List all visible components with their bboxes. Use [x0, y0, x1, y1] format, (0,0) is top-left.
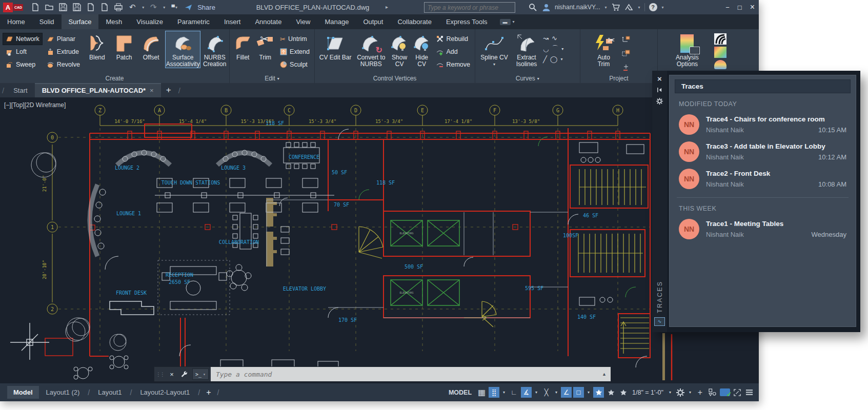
- viewport-controls[interactable]: [−][Top][2D Wireframe]: [4, 101, 66, 109]
- palette-properties-gear-icon[interactable]: [655, 96, 664, 106]
- command-line[interactable]: ⋮⋮ × >_▾ ▲: [154, 366, 611, 382]
- remove-cv-button[interactable]: Remove: [434, 59, 473, 70]
- customize-command-icon[interactable]: [178, 367, 190, 381]
- isometric-drafting-toggle[interactable]: ╳: [541, 387, 552, 398]
- layout-tab-layout1-2[interactable]: Layout1 (2): [40, 386, 86, 399]
- trace-title[interactable]: Trace4 - Chairs for conference room: [706, 115, 825, 123]
- file-tab-active-drawing[interactable]: BLVD OFFICE_PLAN-AUTOCAD* ×: [35, 83, 161, 97]
- recent-commands-button[interactable]: >_▾: [192, 368, 209, 380]
- panel-label-project[interactable]: Project: [580, 74, 658, 83]
- tab-view[interactable]: View: [289, 14, 317, 29]
- sculpt-button[interactable]: Sculpt: [277, 59, 312, 70]
- spline-cv-button[interactable]: Spline CV▾: [478, 31, 510, 68]
- arc-tool-icon[interactable]: ⌒: [552, 44, 558, 53]
- object-snap-tracking-toggle[interactable]: ∠: [561, 387, 572, 398]
- trace-list-item[interactable]: NN Trace4 - Chairs for conference room N…: [679, 114, 846, 135]
- help-icon[interactable]: ?: [649, 3, 657, 11]
- annotation-scale-value[interactable]: 1/8" = 1'-0": [632, 389, 663, 396]
- fit-curve-icon[interactable]: ∿: [552, 34, 557, 42]
- customization-gear-icon[interactable]: [675, 387, 685, 398]
- redo-icon[interactable]: ↷: [149, 3, 158, 12]
- plot-icon[interactable]: [114, 3, 123, 12]
- add-cv-button[interactable]: Add: [434, 46, 473, 57]
- autodesk-logo-icon[interactable]: [624, 3, 634, 12]
- tab-solid[interactable]: Solid: [32, 14, 62, 29]
- trace-title[interactable]: Trace3 - Add table in Elevator Lobby: [706, 142, 825, 150]
- zebra-analysis-icon[interactable]: [714, 33, 726, 45]
- hide-cv-button[interactable]: HideCV: [412, 31, 432, 68]
- tab-parametric[interactable]: Parametric: [170, 14, 217, 29]
- extrude-button[interactable]: Extrude: [44, 46, 83, 57]
- share-icon[interactable]: [184, 3, 193, 12]
- layout-tab-layout1[interactable]: Layout1: [92, 386, 128, 399]
- user-menu-caret-icon[interactable]: ▾: [605, 5, 607, 10]
- autodesk-menu-caret-icon[interactable]: ▾: [638, 5, 640, 10]
- trace-list-item[interactable]: NN Trace2 - Front Desk Nishant Naik 10:0…: [679, 169, 846, 189]
- tab-annotate[interactable]: Annotate: [248, 14, 289, 29]
- draft-analysis-icon[interactable]: [714, 60, 726, 69]
- command-history-expand-icon[interactable]: ▲: [602, 372, 611, 377]
- signed-in-user[interactable]: nishant.naikVY...: [555, 4, 600, 11]
- sweep-button[interactable]: Sweep: [3, 59, 42, 70]
- analysis-options-button[interactable]: AnalysisOptions: [671, 31, 703, 68]
- planar-button[interactable]: Planar: [44, 33, 83, 45]
- trace-list-item[interactable]: NN Trace1 - Meeting Tables Nishant Naik …: [679, 219, 846, 239]
- save-icon[interactable]: [58, 3, 68, 12]
- network-button[interactable]: Network: [3, 33, 42, 45]
- object-snap-toggle[interactable]: □: [573, 387, 584, 398]
- help-menu-caret-icon[interactable]: ▾: [662, 5, 664, 10]
- cv-edit-bar-button[interactable]: CV Edit Bar: [318, 31, 353, 61]
- tab-mesh[interactable]: Mesh: [98, 14, 129, 29]
- grid-display-toggle[interactable]: ▦: [476, 387, 487, 398]
- palette-close-icon[interactable]: ×: [655, 74, 664, 83]
- add-cleanscreen-button[interactable]: +: [695, 387, 705, 398]
- clean-screen-button[interactable]: [732, 387, 742, 398]
- ribbon-display-toggle[interactable]: ▬▾: [495, 14, 520, 29]
- close-button[interactable]: ×: [750, 3, 755, 12]
- snap-caret-icon[interactable]: ▾: [501, 387, 507, 398]
- command-close-icon[interactable]: ×: [166, 367, 178, 381]
- new-drawing-tab-button[interactable]: +: [161, 83, 176, 97]
- surface-associativity-toggle[interactable]: SurfaceAssociativity: [166, 31, 200, 68]
- minimize-button[interactable]: −: [725, 4, 730, 11]
- isolate-objects-button[interactable]: [707, 387, 718, 398]
- new-file-icon[interactable]: [31, 3, 40, 12]
- polar-tracking-toggle[interactable]: ∡: [521, 387, 532, 398]
- osnap-caret-icon[interactable]: ▾: [586, 387, 592, 398]
- line-tool-icon[interactable]: ╱: [543, 55, 547, 63]
- panel-label-control-vertices[interactable]: Control Vertices: [315, 74, 475, 83]
- isodraft-caret-icon[interactable]: ▾: [553, 387, 559, 398]
- tab-express-tools[interactable]: Express Tools: [439, 14, 495, 29]
- annotation-visibility-toggle[interactable]: [593, 387, 604, 398]
- app-store-cart-icon[interactable]: [611, 3, 620, 12]
- layout-tab-layout2-layout1[interactable]: Layout2-Layout1: [134, 386, 196, 399]
- file-tab-start[interactable]: Start: [6, 83, 34, 97]
- blend-curve-icon[interactable]: ↝: [543, 34, 549, 42]
- scale-caret-icon[interactable]: ▾: [667, 387, 673, 398]
- rebuild-button[interactable]: Rebuild: [434, 33, 473, 45]
- arc-caret-icon[interactable]: ▾: [561, 47, 563, 51]
- autocad-app-icon[interactable]: A CAD: [3, 3, 23, 12]
- blend-button[interactable]: Blend: [85, 31, 110, 61]
- tab-output[interactable]: Output: [356, 14, 390, 29]
- model-space-indicator[interactable]: MODEL: [449, 389, 472, 396]
- loft-button[interactable]: Loft: [3, 46, 42, 57]
- annotation-autoscale-toggle[interactable]: [605, 387, 616, 398]
- extend-button[interactable]: Extend: [277, 46, 312, 57]
- panel-label-create[interactable]: Create: [0, 74, 229, 83]
- palette-vertical-title[interactable]: TRACES: [656, 281, 663, 313]
- trim-button[interactable]: ✂ Trim: [255, 31, 276, 61]
- project-to-view-button[interactable]: [619, 48, 633, 59]
- share-label[interactable]: Share: [197, 4, 215, 11]
- show-cv-button[interactable]: ShowCV: [389, 31, 410, 68]
- gear-caret-icon[interactable]: ▾: [687, 387, 693, 398]
- palette-autohide-icon[interactable]: [655, 85, 664, 94]
- file-tab-close-icon[interactable]: ×: [150, 87, 154, 94]
- status-menu-button[interactable]: [744, 387, 755, 398]
- command-input[interactable]: [211, 371, 602, 378]
- nurbs-creation-toggle[interactable]: NURBSCreation: [202, 31, 227, 68]
- undo-caret-icon[interactable]: ▾: [142, 5, 144, 10]
- revolve-button[interactable]: Revolve: [44, 59, 83, 70]
- trace-palette-icon[interactable]: ∿: [654, 317, 665, 326]
- tab-collaborate[interactable]: Collaborate: [390, 14, 439, 29]
